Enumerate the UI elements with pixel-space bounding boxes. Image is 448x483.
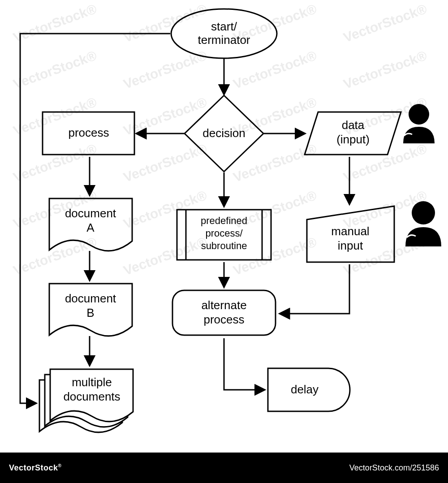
- node-process: process: [43, 112, 134, 155]
- node-data-input: data (input): [305, 112, 401, 155]
- label-predef-1: predefined: [201, 215, 247, 226]
- label-start-1: start/: [211, 20, 237, 33]
- node-alternate-process: alternate process: [172, 290, 276, 335]
- flowchart-canvas: start/ terminator decision process data …: [0, 0, 448, 453]
- label-data-2: (input): [336, 133, 370, 146]
- label-predef-3: subroutine: [201, 240, 247, 251]
- node-start-terminator: start/ terminator: [171, 9, 277, 58]
- svg-point-18: [412, 201, 435, 224]
- label-predef-2: process/: [205, 228, 243, 239]
- label-docB-1: document: [65, 292, 116, 305]
- node-decision: decision: [185, 95, 263, 172]
- label-start-2: terminator: [198, 33, 250, 47]
- node-delay: delay: [268, 368, 350, 411]
- footer-bar: VectorStock® VectorStock.com/251586: [0, 453, 448, 483]
- label-alt-1: alternate: [201, 298, 246, 312]
- label-decision: decision: [202, 126, 245, 140]
- node-document-a: document A: [49, 198, 132, 251]
- brand-logo: VectorStock®: [0, 463, 61, 473]
- label-docA-1: document: [65, 207, 116, 220]
- image-id: VectorStock.com/251586: [349, 463, 448, 473]
- node-document-b: document B: [49, 284, 132, 336]
- label-data-1: data: [342, 118, 365, 132]
- label-docA-2: A: [86, 221, 95, 234]
- node-multiple-documents: multiple documents: [39, 369, 133, 432]
- label-manual-1: manual: [331, 224, 369, 238]
- label-process: process: [68, 126, 109, 139]
- label-multi-2: documents: [63, 390, 120, 403]
- svg-point-13: [409, 104, 429, 125]
- user-icon: [403, 104, 435, 143]
- label-multi-1: multiple: [72, 375, 112, 389]
- node-manual-input: manual input: [307, 206, 394, 262]
- node-predefined-process: predefined process/ subroutine: [177, 210, 271, 260]
- label-alt-2: process: [203, 313, 244, 326]
- label-delay: delay: [291, 383, 319, 396]
- user-icon: [405, 201, 441, 246]
- label-docB-2: B: [86, 306, 94, 319]
- label-manual-2: input: [338, 239, 363, 252]
